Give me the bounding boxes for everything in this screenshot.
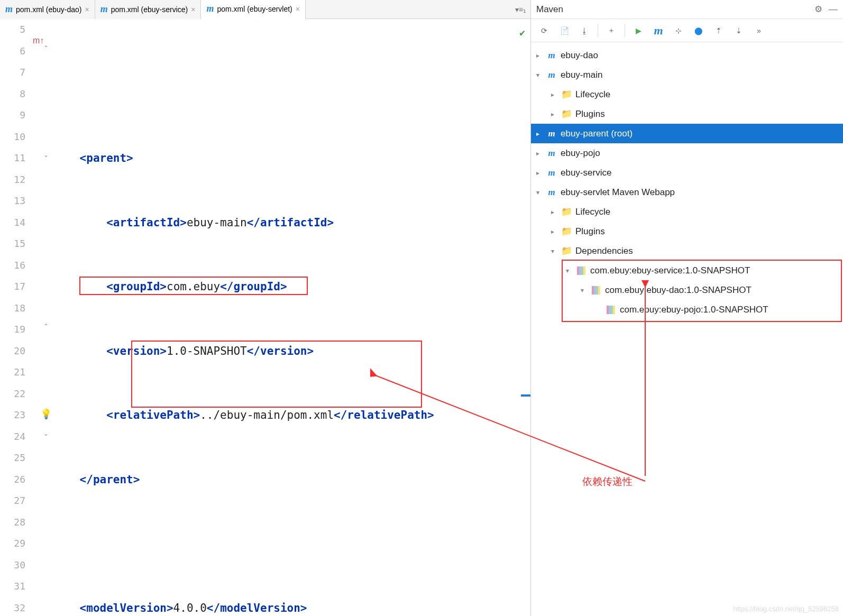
maven-m-icon[interactable]: m [649,22,667,40]
tab-pom-service[interactable]: mpom.xml (ebuy-service)× [95,0,201,19]
analysis-ok-icon: ✔ [519,22,525,44]
tab-label: pom.xml (ebuy-service) [111,5,188,14]
maven-toolbar: ⟳ 📄 ⭳ ＋ ▶ m ⊹ ⬤ ⇡ ⇣ » [531,19,843,42]
download-icon[interactable]: ⭳ [575,22,593,40]
maven-icon: m [206,3,214,14]
skip-tests-icon[interactable]: ⬤ [690,22,708,40]
tree-node-dep-dao[interactable]: ▾com.ebuy:ebuy-dao:1.0-SNAPSHOT [531,280,843,300]
toggle-offline-icon[interactable]: ⊹ [670,22,688,40]
generate-sources-icon[interactable]: 📄 [555,22,573,40]
editor-body[interactable]: 5678910111213141516171819202122232425262… [0,19,530,616]
watermark: https://blog.csdn.net/qq_52596258 [734,605,839,613]
tree-node-lifecycle[interactable]: ▸📁Lifecycle [531,202,843,222]
maven-icon: m [5,4,13,15]
maven-icon: m [100,4,108,15]
code-area[interactable]: ✔ <parent> <artifactId>ebuy-main</artifa… [53,19,530,616]
tab-label: pom.xml (ebuy-servlet) [217,5,292,13]
expand-icon[interactable]: ⇣ [730,22,748,40]
tree-node-ebuy-dao[interactable]: ▸mebuy-dao [531,45,843,65]
tree-node-dep-service[interactable]: ▾com.ebuy:ebuy-service:1.0-SNAPSHOT [531,261,843,280]
tree-node-ebuy-parent[interactable]: ▸mebuy-parent (root) [531,124,843,143]
maven-tool-window: Maven ⚙ — ⟳ 📄 ⭳ ＋ ▶ m ⊹ ⬤ ⇡ ⇣ » ▸mebuy-d… [531,0,843,616]
tree-node-ebuy-service[interactable]: ▸mebuy-service [531,163,843,182]
collapse-icon[interactable]: ⇡ [710,22,728,40]
tree-node-plugins[interactable]: ▸📁Plugins [531,222,843,241]
tab-overflow[interactable]: ▾≡₁ [515,5,530,14]
intention-bulb-icon[interactable]: 💡 [40,408,52,420]
more-icon[interactable]: » [750,22,768,40]
tree-node-ebuy-pojo[interactable]: ▸mebuy-pojo [531,143,843,163]
tab-bar: mpom.xml (ebuy-dao)× mpom.xml (ebuy-serv… [0,0,530,19]
annotation-text: 依赖传递性 [582,475,633,489]
tree-node-plugins[interactable]: ▸📁Plugins [531,104,843,124]
maven-tree[interactable]: ▸mebuy-dao ▾mebuy-main ▸📁Lifecycle ▸📁Plu… [531,42,843,616]
line-gutter: 5678910111213141516171819202122232425262… [0,19,32,616]
error-stripe-mark [521,394,530,397]
close-icon[interactable]: × [296,5,300,13]
close-icon[interactable]: × [85,5,89,14]
tree-node-ebuy-main[interactable]: ▾mebuy-main [531,65,843,85]
fold-column: m↑ ⌃ ⌄ ⌃ ⌄ ⌄ 💡 [32,19,53,616]
maven-header: Maven ⚙ — [531,0,843,19]
gear-icon[interactable]: ⚙ [814,4,822,15]
maven-title: Maven [536,4,563,15]
tab-pom-dao[interactable]: mpom.xml (ebuy-dao)× [0,0,95,19]
tree-node-ebuy-servlet[interactable]: ▾mebuy-servlet Maven Webapp [531,182,843,202]
minimize-icon[interactable]: — [829,4,838,15]
reload-icon[interactable]: ⟳ [535,22,553,40]
editor-pane: mpom.xml (ebuy-dao)× mpom.xml (ebuy-serv… [0,0,531,616]
run-icon[interactable]: ▶ [629,22,647,40]
tree-node-dependencies[interactable]: ▾📁Dependencies [531,241,843,261]
close-icon[interactable]: × [191,5,195,14]
tree-node-lifecycle[interactable]: ▸📁Lifecycle [531,85,843,104]
add-icon[interactable]: ＋ [602,22,620,40]
tree-node-dep-pojo[interactable]: com.ebuy:ebuy-pojo:1.0-SNAPSHOT [531,300,843,319]
tab-pom-servlet[interactable]: mpom.xml (ebuy-servlet)× [201,0,306,19]
tab-label: pom.xml (ebuy-dao) [16,5,82,14]
